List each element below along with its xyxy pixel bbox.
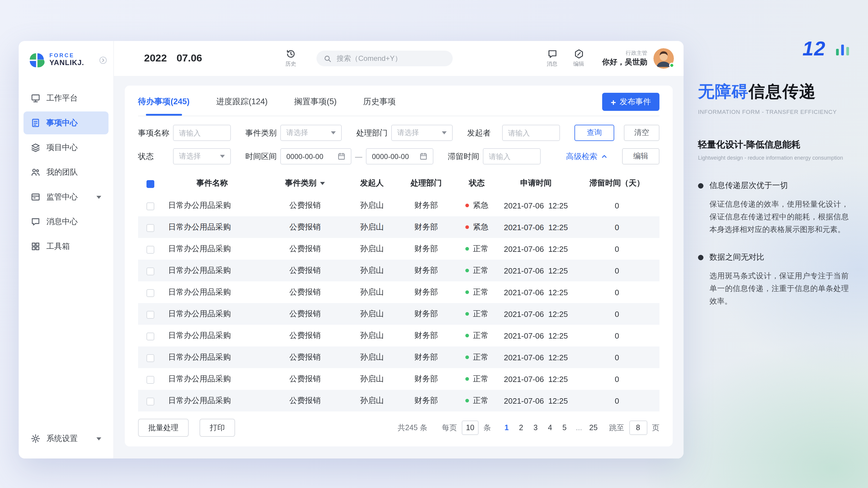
header-actions: 消息 编辑 行政主管 你好，吴世勋 xyxy=(547,48,674,69)
table-row[interactable]: 日常办公用品采购 公费报销 孙启山 财务部 正常 2021-07-06 12:2… xyxy=(138,281,659,303)
event-name-cell: 日常办公用品采购 xyxy=(162,395,262,406)
row-checkbox[interactable] xyxy=(146,332,154,340)
table-row[interactable]: 日常办公用品采购 公费报销 孙启山 财务部 正常 2021-07-06 12:2… xyxy=(138,390,659,412)
dept-cell: 财务部 xyxy=(396,243,456,254)
filter-date-to[interactable]: 0000-00-00 xyxy=(366,148,433,164)
sidebar-item-toolbox[interactable]: 工具箱 xyxy=(24,235,108,258)
row-checkbox[interactable] xyxy=(146,246,154,253)
global-search[interactable] xyxy=(317,51,453,66)
status-dot xyxy=(465,247,469,251)
publish-event-button[interactable]: + 发布事件 xyxy=(602,93,659,111)
table-row[interactable]: 日常办公用品采购 公费报销 孙启山 财务部 正常 2021-07-06 12:2… xyxy=(138,347,659,368)
status-dot xyxy=(465,377,469,381)
table-row[interactable]: 日常办公用品采购 公费报销 孙启山 财务部 正常 2021-07-06 12:2… xyxy=(138,368,659,390)
stay-days-cell: 0 xyxy=(575,375,659,384)
status-dot xyxy=(465,290,469,294)
page-1[interactable]: 1 xyxy=(501,421,513,435)
select-all-checkbox[interactable] xyxy=(146,180,154,188)
dept-cell: 财务部 xyxy=(396,222,456,233)
row-checkbox[interactable] xyxy=(146,376,154,384)
filter-name-input[interactable] xyxy=(179,129,225,137)
initiator-cell: 孙启山 xyxy=(348,373,396,384)
apply-time-cell: 2021-07-06 12:25 xyxy=(497,396,575,405)
edit-hexagon-icon xyxy=(574,49,584,59)
event-name-cell: 日常办公用品采购 xyxy=(162,265,262,276)
row-checkbox[interactable] xyxy=(146,224,154,232)
stay-days-cell: 0 xyxy=(575,288,659,297)
sidebar-item-label: 消息中心 xyxy=(46,216,78,227)
table-row[interactable]: 日常办公用品采购 公费报销 孙启山 财务部 紧急 2021-07-06 12:2… xyxy=(138,216,659,238)
filter-initiator-input[interactable] xyxy=(508,129,554,137)
history-clock-icon xyxy=(286,49,296,59)
page-2[interactable]: 2 xyxy=(515,421,527,435)
sidebar-item-system-settings[interactable]: 系统设置 xyxy=(24,427,108,450)
filter-status-select[interactable]: 请选择 xyxy=(173,148,231,164)
table-row[interactable]: 日常办公用品采购 公费报销 孙启山 财务部 正常 2021-07-06 12:2… xyxy=(138,325,659,347)
stay-days-cell: 0 xyxy=(575,244,659,253)
status-text: 紧急 xyxy=(473,222,489,231)
page-4[interactable]: 4 xyxy=(544,421,556,435)
page-3[interactable]: 3 xyxy=(530,421,541,435)
tab-shelved[interactable]: 搁置事项(5) xyxy=(294,88,337,116)
filter-dept-select[interactable]: 请选择 xyxy=(391,125,453,141)
table-row[interactable]: 日常办公用品采购 公费报销 孙启山 财务部 正常 2021-07-06 12:2… xyxy=(138,260,659,281)
collapse-sidebar-icon[interactable] xyxy=(99,56,107,64)
query-button[interactable]: 查询 xyxy=(575,125,615,141)
filter-initiator-label: 发起者 xyxy=(467,127,502,138)
apply-time-cell: 2021-07-06 12:25 xyxy=(497,331,575,340)
filter-date-from[interactable]: 0000-00-00 xyxy=(280,148,351,164)
dept-cell: 财务部 xyxy=(396,330,456,341)
sidebar-item-my-team[interactable]: 我的团队 xyxy=(24,161,108,184)
row-checkbox[interactable] xyxy=(146,289,154,297)
page-25[interactable]: 25 xyxy=(587,421,599,435)
stay-days-cell: 0 xyxy=(575,310,659,318)
edit-button[interactable]: 编辑 xyxy=(573,49,584,68)
sidebar-item-items-center[interactable]: 事项中心 xyxy=(24,111,108,134)
row-checkbox[interactable] xyxy=(146,311,154,318)
jump-page-input[interactable]: 8 xyxy=(629,421,647,435)
history-button[interactable]: 历史 xyxy=(285,49,296,68)
table-row[interactable]: 日常办公用品采购 公费报销 孙启山 财务部 紧急 2021-07-06 12:2… xyxy=(138,195,659,216)
per-page-select[interactable]: 10 xyxy=(462,421,478,435)
row-checkbox[interactable] xyxy=(146,267,154,275)
sidebar-item-message-center[interactable]: 消息中心 xyxy=(24,210,108,233)
status-text: 正常 xyxy=(473,374,489,383)
avatar[interactable] xyxy=(653,48,674,69)
row-checkbox[interactable] xyxy=(146,202,154,210)
tab-progress[interactable]: 进度跟踪(124) xyxy=(216,88,268,116)
chevron-down-icon[interactable] xyxy=(96,195,101,198)
sidebar-item-work-platform[interactable]: 工作平台 xyxy=(24,87,108,110)
filter-row-1: 事项名称 事件类别 请选择 处理部门 xyxy=(138,125,659,141)
chevron-down-icon xyxy=(220,155,225,158)
filter-stay-input[interactable] xyxy=(489,152,535,161)
tab-history[interactable]: 历史事项 xyxy=(363,88,396,116)
chevron-down-icon[interactable] xyxy=(96,437,101,440)
search-input[interactable] xyxy=(337,54,446,63)
panel-title: 无障碍信息传递 xyxy=(698,81,850,102)
status-text: 紧急 xyxy=(473,201,489,210)
row-checkbox[interactable] xyxy=(146,397,154,405)
filter-category-select[interactable]: 请选择 xyxy=(280,125,342,141)
jump-suffix: 页 xyxy=(652,423,659,433)
filter-edit-button[interactable]: 编辑 xyxy=(622,148,659,164)
calendar-icon xyxy=(420,153,427,160)
date-day: 07.06 xyxy=(177,53,202,64)
batch-process-button[interactable]: 批量处理 xyxy=(138,419,189,437)
advanced-search-toggle[interactable]: 高级检索 xyxy=(566,151,608,162)
chat-bubble-icon xyxy=(31,217,40,227)
row-checkbox[interactable] xyxy=(146,354,154,362)
sidebar-item-label: 我的团队 xyxy=(46,167,78,178)
print-button[interactable]: 打印 xyxy=(199,419,235,437)
messages-button[interactable]: 消息 xyxy=(547,49,558,68)
table-row[interactable]: 日常办公用品采购 公费报销 孙启山 财务部 正常 2021-07-06 12:2… xyxy=(138,238,659,260)
status-cell: 正常 xyxy=(456,352,497,363)
filter-name-label: 事项名称 xyxy=(138,127,173,138)
page-5[interactable]: 5 xyxy=(558,421,570,435)
col-event-category[interactable]: 事件类别 xyxy=(262,178,348,189)
sidebar-item-supervision-center[interactable]: 监管中心 xyxy=(24,186,108,208)
sidebar-item-project-center[interactable]: 项目中心 xyxy=(24,136,108,159)
user-info[interactable]: 行政主管 你好，吴世勋 xyxy=(602,48,674,69)
table-row[interactable]: 日常办公用品采购 公费报销 孙启山 财务部 正常 2021-07-06 12:2… xyxy=(138,303,659,325)
clear-button[interactable]: 清空 xyxy=(624,125,659,141)
tab-todo[interactable]: 待办事项(245) xyxy=(138,88,190,116)
